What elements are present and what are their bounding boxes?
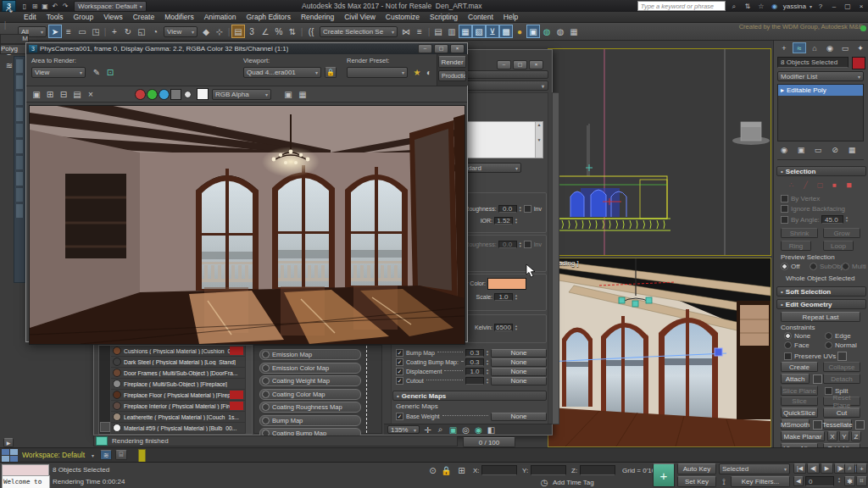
scatter-color-swatch[interactable] <box>487 278 526 290</box>
search-input[interactable]: Type a keyword or phrase <box>637 1 726 11</box>
material-list-item[interactable]: Leatherette ( Physical Material ) [Couch… <box>111 412 245 423</box>
ribbon-tab-polygon-modeling[interactable]: Polyg <box>0 44 29 54</box>
viewport-canvas[interactable] <box>548 49 771 255</box>
toolbar-icon[interactable]: ⊹ <box>213 25 226 38</box>
msmooth-settings-button[interactable] <box>813 420 822 430</box>
preserve-uvs-checkbox[interactable]: Preserve UVs <box>784 352 847 361</box>
toolbar-icon[interactable]: | <box>3 18 8 31</box>
map-enable-checkbox[interactable] <box>396 368 403 375</box>
viewport-dropdown[interactable]: Quad 4...era001▾ <box>243 67 321 78</box>
layers-icon[interactable]: ▣ <box>281 87 295 101</box>
menu-item[interactable]: Views <box>98 13 128 21</box>
stack-tool-icon[interactable]: ▭ <box>811 144 825 155</box>
node-view[interactable]: Emission Map Emission Color Map Coating … <box>253 345 382 434</box>
set-key-button[interactable]: Set Key <box>677 476 716 487</box>
element-subobject-icon[interactable]: ◼ <box>843 180 854 190</box>
collapse-button[interactable]: Collapse <box>823 362 860 372</box>
y-coordinate-field[interactable] <box>531 465 566 475</box>
render-mode-dropdown[interactable]: Production▾ <box>438 70 466 81</box>
menu-item[interactable]: Create <box>128 13 160 21</box>
selection-lock-icon[interactable]: 🔒 <box>441 465 452 475</box>
planar-z-button[interactable]: Z <box>851 431 861 441</box>
menu-item[interactable]: Scripting <box>425 13 463 21</box>
cut-button[interactable]: Cut <box>823 408 860 418</box>
x-coordinate-field[interactable] <box>481 465 517 475</box>
help-icon[interactable]: ? <box>815 2 826 11</box>
menu-item[interactable]: Edit <box>19 13 42 21</box>
time-slider-handle[interactable] <box>138 449 146 463</box>
object-name-field[interactable]: 8 Objects Selected <box>777 57 849 68</box>
maxscript-mini-listener[interactable]: Welcome to M <box>2 475 50 488</box>
playback-button[interactable]: ▶ <box>821 463 833 474</box>
stack-tool-icon[interactable]: ▦ <box>845 144 859 155</box>
ribbon-tab-modeling[interactable]: M <box>0 34 29 44</box>
workspace-grid-icon[interactable] <box>2 449 19 462</box>
modifier-stack[interactable]: ▸Editable Poly <box>777 84 864 141</box>
rfw-file-icon[interactable]: ⊞ <box>43 87 57 101</box>
sync-icon[interactable]: ⇅ <box>743 2 753 11</box>
constraint-none-radio[interactable]: None <box>784 332 810 340</box>
edit-region-icon[interactable]: ✎ <box>91 67 103 78</box>
named-selection-set-combobox[interactable]: Create Selection Se▾ <box>320 26 398 37</box>
open-file-icon[interactable]: ⊞ <box>30 2 40 11</box>
socket-icon[interactable] <box>262 417 270 424</box>
layout-icon[interactable]: ◧ <box>487 425 496 435</box>
add-time-tag[interactable]: Add Time Tag <box>553 479 594 486</box>
toolbar-icon[interactable]: ◔ <box>148 25 162 38</box>
playback-button[interactable]: ◀| <box>807 463 820 474</box>
stack-item-editable-poly[interactable]: Editable Poly <box>787 86 826 94</box>
set-keys-button[interactable]: + <box>653 463 675 487</box>
polygon-subobject-icon[interactable]: ■ <box>829 180 840 190</box>
map-enable-checkbox[interactable] <box>396 413 403 420</box>
modifier-list-dropdown[interactable]: Modifier List▾ <box>777 71 864 81</box>
maximize-button[interactable]: ▢ <box>843 2 853 11</box>
toolbar-icon[interactable]: ◍ <box>540 25 554 38</box>
minimize-button[interactable]: – <box>497 60 511 69</box>
material-list-item[interactable]: Fireplace Interior ( Physical Material )… <box>111 401 245 412</box>
edge-subobject-icon[interactable]: ╱ <box>800 180 811 190</box>
make-planar-button[interactable]: Make Planar <box>781 431 825 441</box>
star-icon[interactable]: ☆ <box>756 2 766 11</box>
socket-icon[interactable] <box>262 391 270 398</box>
viewport-nav-icon[interactable]: ✱ <box>844 476 855 486</box>
menu-item[interactable]: Graph Editors <box>241 13 295 21</box>
minimize-button[interactable]: – <box>829 2 839 11</box>
signed-in-user[interactable]: yassina <box>783 3 806 10</box>
zoom-extents-icon[interactable]: ◎ <box>461 425 470 435</box>
reference-coordinate-dropdown[interactable]: View▾ <box>164 26 198 37</box>
detach-button[interactable]: Detach <box>823 374 860 384</box>
toolbar-icon[interactable]: ⊻ <box>486 25 499 38</box>
stack-tool-icon[interactable]: ⊘ <box>828 144 842 155</box>
search-icon[interactable]: ⌕ <box>729 2 739 11</box>
workspace-label[interactable]: Workspace: Default <box>22 451 85 459</box>
render-button[interactable]: Render <box>438 56 466 68</box>
green-channel-icon[interactable] <box>147 89 158 100</box>
menu-item[interactable]: Civil View <box>339 13 381 21</box>
workspace-icon-1[interactable]: ≋ <box>100 450 112 460</box>
browser-tool-icon[interactable] <box>100 422 110 432</box>
loop-button[interactable]: Loop <box>823 241 854 251</box>
map-none-button[interactable]: None <box>491 368 547 376</box>
map-slot[interactable]: Bump Map <box>259 415 361 426</box>
minimize-button[interactable]: – <box>418 44 432 53</box>
toolbar-icon[interactable]: ⋈ <box>399 25 413 38</box>
scale-value[interactable]: 1.0 <box>494 293 513 301</box>
command-panel-tab[interactable]: ⌂ <box>808 42 821 53</box>
pan-icon[interactable]: ✛ <box>423 425 432 435</box>
selection-set-dropdown[interactable]: Selected▾ <box>719 463 790 474</box>
close-button[interactable]: × <box>856 2 866 11</box>
repeat-last-button[interactable]: Repeat Last <box>781 312 860 322</box>
map-amount-field[interactable]: 0.3 <box>465 358 484 366</box>
gamma-icon[interactable]: ◐ <box>423 67 435 78</box>
map-slot[interactable]: Emission Map <box>259 349 361 360</box>
stack-tool-icon[interactable]: ▣ <box>794 144 808 155</box>
map-amount-field[interactable]: 1.0 <box>465 368 484 375</box>
toolbar-icon[interactable]: ↷ <box>3 4 16 18</box>
viewport-bottom-camera[interactable]: Shading ] <box>548 258 771 447</box>
rollout-generic-maps[interactable]: Generic Maps <box>392 391 547 401</box>
menu-item[interactable]: Tools <box>42 13 69 21</box>
toolbar-icon[interactable]: ➤ <box>48 25 62 38</box>
map-none-button[interactable]: None <box>491 358 547 367</box>
viewport-nav-icon[interactable]: ⌕ <box>844 463 855 474</box>
quickslice-button[interactable]: QuickSlice <box>781 408 818 418</box>
